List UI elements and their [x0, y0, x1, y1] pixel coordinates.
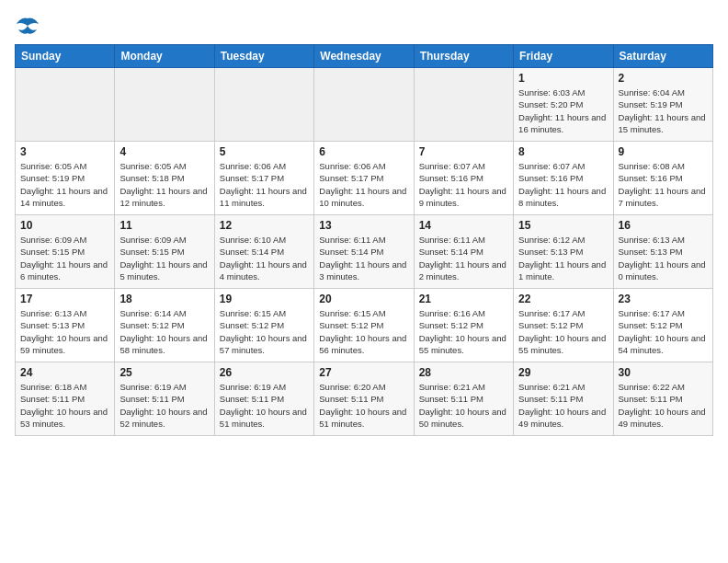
day-info: Sunrise: 6:19 AM Sunset: 5:11 PM Dayligh…: [220, 381, 309, 430]
weekday-header: Sunday: [16, 45, 115, 68]
day-number: 22: [518, 293, 608, 305]
day-info: Sunrise: 6:12 AM Sunset: 5:13 PM Dayligh…: [518, 234, 608, 282]
day-number: 19: [220, 293, 309, 305]
day-number: 1: [518, 72, 608, 85]
calendar-week-row: 24Sunrise: 6:18 AM Sunset: 5:11 PM Dayli…: [16, 362, 713, 436]
calendar-day-cell: 28Sunrise: 6:21 AM Sunset: 5:11 PM Dayli…: [414, 362, 513, 436]
weekday-header: Tuesday: [214, 45, 313, 68]
calendar-day-cell: 5Sunrise: 6:06 AM Sunset: 5:17 PM Daylig…: [214, 142, 313, 215]
day-number: 2: [619, 72, 708, 85]
calendar-day-cell: 7Sunrise: 6:07 AM Sunset: 5:16 PM Daylig…: [414, 142, 513, 215]
calendar-day-cell: 3Sunrise: 6:05 AM Sunset: 5:19 PM Daylig…: [16, 142, 115, 215]
day-info: Sunrise: 6:11 AM Sunset: 5:14 PM Dayligh…: [419, 234, 508, 282]
day-info: Sunrise: 6:06 AM Sunset: 5:17 PM Dayligh…: [319, 160, 408, 209]
day-info: Sunrise: 6:18 AM Sunset: 5:11 PM Dayligh…: [20, 381, 109, 430]
calendar-day-cell: 24Sunrise: 6:18 AM Sunset: 5:11 PM Dayli…: [16, 362, 115, 436]
calendar-day-cell: 9Sunrise: 6:08 AM Sunset: 5:16 PM Daylig…: [613, 142, 712, 215]
day-number: 23: [619, 293, 708, 305]
day-info: Sunrise: 6:09 AM Sunset: 5:15 PM Dayligh…: [119, 234, 209, 282]
day-number: 5: [220, 145, 309, 158]
day-number: 9: [619, 145, 708, 158]
day-info: Sunrise: 6:15 AM Sunset: 5:12 PM Dayligh…: [319, 307, 408, 356]
calendar-day-cell: 19Sunrise: 6:15 AM Sunset: 5:12 PM Dayli…: [214, 289, 313, 362]
day-number: 11: [119, 219, 209, 232]
day-info: Sunrise: 6:17 AM Sunset: 5:12 PM Dayligh…: [619, 307, 708, 356]
logo: [15, 15, 44, 37]
calendar-table: SundayMondayTuesdayWednesdayThursdayFrid…: [15, 44, 713, 436]
calendar-day-cell: 22Sunrise: 6:17 AM Sunset: 5:12 PM Dayli…: [514, 289, 613, 362]
day-info: Sunrise: 6:13 AM Sunset: 5:13 PM Dayligh…: [619, 234, 708, 282]
calendar-day-cell: [115, 68, 214, 142]
day-number: 15: [518, 219, 608, 232]
day-info: Sunrise: 6:04 AM Sunset: 5:19 PM Dayligh…: [619, 86, 708, 135]
weekday-header: Thursday: [414, 45, 513, 68]
day-info: Sunrise: 6:10 AM Sunset: 5:14 PM Dayligh…: [220, 234, 309, 282]
day-info: Sunrise: 6:21 AM Sunset: 5:11 PM Dayligh…: [419, 381, 508, 430]
calendar-day-cell: 14Sunrise: 6:11 AM Sunset: 5:14 PM Dayli…: [414, 215, 513, 289]
calendar-header: SundayMondayTuesdayWednesdayThursdayFrid…: [16, 45, 713, 68]
calendar-day-cell: 20Sunrise: 6:15 AM Sunset: 5:12 PM Dayli…: [314, 289, 414, 362]
calendar-day-cell: 17Sunrise: 6:13 AM Sunset: 5:13 PM Dayli…: [16, 289, 115, 362]
calendar-week-row: 3Sunrise: 6:05 AM Sunset: 5:19 PM Daylig…: [16, 142, 713, 215]
weekday-header: Wednesday: [314, 45, 414, 68]
day-number: 18: [119, 293, 209, 305]
calendar-body: 1Sunrise: 6:03 AM Sunset: 5:20 PM Daylig…: [16, 68, 713, 436]
calendar-week-row: 17Sunrise: 6:13 AM Sunset: 5:13 PM Dayli…: [16, 289, 713, 362]
calendar-day-cell: 13Sunrise: 6:11 AM Sunset: 5:14 PM Dayli…: [314, 215, 414, 289]
day-info: Sunrise: 6:11 AM Sunset: 5:14 PM Dayligh…: [319, 234, 408, 282]
calendar-day-cell: 2Sunrise: 6:04 AM Sunset: 5:19 PM Daylig…: [613, 68, 712, 142]
page-header: [15, 15, 713, 37]
day-number: 30: [619, 366, 708, 379]
calendar-day-cell: 23Sunrise: 6:17 AM Sunset: 5:12 PM Dayli…: [613, 289, 712, 362]
calendar-week-row: 10Sunrise: 6:09 AM Sunset: 5:15 PM Dayli…: [16, 215, 713, 289]
day-info: Sunrise: 6:08 AM Sunset: 5:16 PM Dayligh…: [619, 160, 708, 209]
calendar-day-cell: 18Sunrise: 6:14 AM Sunset: 5:12 PM Dayli…: [115, 289, 214, 362]
calendar-day-cell: 10Sunrise: 6:09 AM Sunset: 5:15 PM Dayli…: [16, 215, 115, 289]
day-number: 6: [319, 145, 408, 158]
calendar-day-cell: 27Sunrise: 6:20 AM Sunset: 5:11 PM Dayli…: [314, 362, 414, 436]
day-info: Sunrise: 6:13 AM Sunset: 5:13 PM Dayligh…: [20, 307, 109, 356]
day-info: Sunrise: 6:09 AM Sunset: 5:15 PM Dayligh…: [20, 234, 109, 282]
calendar-day-cell: 26Sunrise: 6:19 AM Sunset: 5:11 PM Dayli…: [214, 362, 313, 436]
day-number: 12: [220, 219, 309, 232]
day-info: Sunrise: 6:17 AM Sunset: 5:12 PM Dayligh…: [518, 307, 608, 356]
day-number: 7: [419, 145, 508, 158]
day-number: 4: [119, 145, 209, 158]
calendar-day-cell: 15Sunrise: 6:12 AM Sunset: 5:13 PM Dayli…: [514, 215, 613, 289]
calendar-day-cell: [314, 68, 414, 142]
weekday-header: Friday: [514, 45, 613, 68]
day-info: Sunrise: 6:07 AM Sunset: 5:16 PM Dayligh…: [419, 160, 508, 209]
calendar-day-cell: 6Sunrise: 6:06 AM Sunset: 5:17 PM Daylig…: [314, 142, 414, 215]
day-number: 28: [419, 366, 508, 379]
calendar-day-cell: 21Sunrise: 6:16 AM Sunset: 5:12 PM Dayli…: [414, 289, 513, 362]
calendar-day-cell: 29Sunrise: 6:21 AM Sunset: 5:11 PM Dayli…: [514, 362, 613, 436]
day-number: 27: [319, 366, 408, 379]
day-number: 16: [619, 219, 708, 232]
day-info: Sunrise: 6:16 AM Sunset: 5:12 PM Dayligh…: [419, 307, 508, 356]
day-info: Sunrise: 6:05 AM Sunset: 5:18 PM Dayligh…: [119, 160, 209, 209]
day-info: Sunrise: 6:15 AM Sunset: 5:12 PM Dayligh…: [220, 307, 309, 356]
day-info: Sunrise: 6:06 AM Sunset: 5:17 PM Dayligh…: [220, 160, 309, 209]
day-info: Sunrise: 6:03 AM Sunset: 5:20 PM Dayligh…: [518, 86, 608, 135]
day-number: 13: [319, 219, 408, 232]
calendar-week-row: 1Sunrise: 6:03 AM Sunset: 5:20 PM Daylig…: [16, 68, 713, 142]
calendar-day-cell: [414, 68, 513, 142]
day-number: 24: [20, 366, 109, 379]
day-number: 17: [20, 293, 109, 305]
day-info: Sunrise: 6:20 AM Sunset: 5:11 PM Dayligh…: [319, 381, 408, 430]
calendar-day-cell: 11Sunrise: 6:09 AM Sunset: 5:15 PM Dayli…: [115, 215, 214, 289]
day-info: Sunrise: 6:14 AM Sunset: 5:12 PM Dayligh…: [119, 307, 209, 356]
logo-icon: [15, 15, 40, 37]
day-info: Sunrise: 6:05 AM Sunset: 5:19 PM Dayligh…: [20, 160, 109, 209]
calendar-day-cell: 30Sunrise: 6:22 AM Sunset: 5:11 PM Dayli…: [613, 362, 712, 436]
calendar-day-cell: [214, 68, 313, 142]
calendar-day-cell: 8Sunrise: 6:07 AM Sunset: 5:16 PM Daylig…: [514, 142, 613, 215]
day-number: 20: [319, 293, 408, 305]
day-number: 3: [20, 145, 109, 158]
day-number: 29: [518, 366, 608, 379]
weekday-header: Monday: [115, 45, 214, 68]
calendar-day-cell: 12Sunrise: 6:10 AM Sunset: 5:14 PM Dayli…: [214, 215, 313, 289]
day-info: Sunrise: 6:21 AM Sunset: 5:11 PM Dayligh…: [518, 381, 608, 430]
day-number: 21: [419, 293, 508, 305]
day-number: 26: [220, 366, 309, 379]
